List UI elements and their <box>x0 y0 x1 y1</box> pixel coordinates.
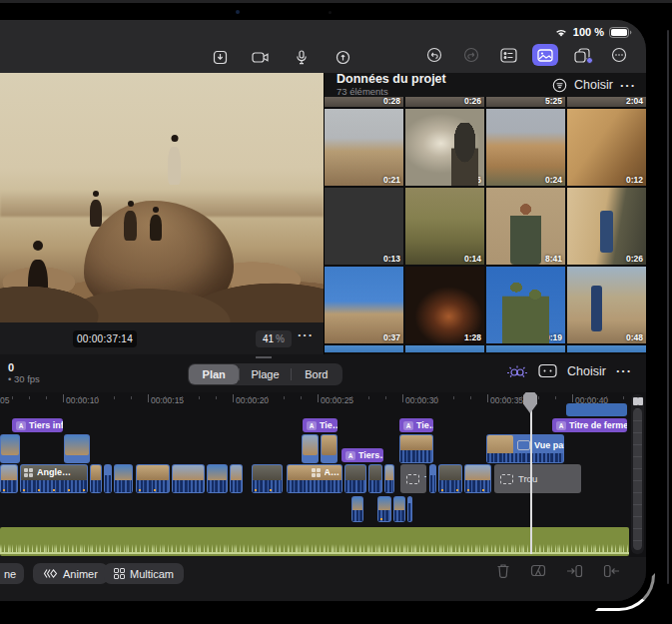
scrollbar-thumb[interactable] <box>633 408 642 550</box>
clip-duration: 0:21 <box>383 175 400 185</box>
media-thumbnail[interactable]: 0:26 <box>405 109 484 186</box>
storyline-clip[interactable] <box>384 464 394 493</box>
tab-plan[interactable]: Plan <box>189 364 239 384</box>
media-thumbnail[interactable]: 1:28 <box>405 267 484 343</box>
media-thumbnail[interactable]: 5:25 <box>486 97 565 107</box>
connected-clip[interactable] <box>0 434 20 463</box>
effects-icon[interactable] <box>569 44 595 66</box>
viewer-video-frame[interactable] <box>0 73 324 322</box>
connected-clip-below[interactable] <box>393 496 405 522</box>
timeline-scrollbar[interactable] <box>631 394 644 554</box>
blade-icon[interactable] <box>530 563 546 578</box>
more-options-icon[interactable] <box>606 44 632 66</box>
media-thumbnail[interactable] <box>567 345 646 352</box>
storyline-clip[interactable] <box>90 464 102 493</box>
media-thumbnail[interactable]: 0:19 <box>486 267 565 343</box>
storyline-clip[interactable] <box>104 464 112 493</box>
enhance-icon[interactable] <box>506 363 528 378</box>
media-browser-button[interactable] <box>532 44 558 66</box>
connected-clip-below[interactable] <box>377 496 391 522</box>
media-thumbnail[interactable]: 8:41 <box>486 188 565 265</box>
title-clip[interactable]: ATie… <box>399 418 433 432</box>
tab-bord[interactable]: Bord <box>292 364 341 384</box>
media-thumbnail[interactable]: 0:21 <box>325 109 403 186</box>
connected-clip[interactable] <box>321 434 337 463</box>
pencil-icon[interactable] <box>330 46 355 68</box>
undo-icon[interactable] <box>421 44 447 66</box>
audio-clip-lane[interactable] <box>0 527 629 556</box>
connected-clip-pano[interactable]: Vue pano… <box>486 434 564 463</box>
media-thumbnail[interactable]: 0:24 <box>486 109 565 186</box>
timecode-display[interactable]: 00:00:37:14 <box>73 330 137 347</box>
multicam-button[interactable]: Multicam <box>104 563 184 584</box>
media-thumbnail[interactable] <box>405 345 484 352</box>
title-icon: A <box>16 421 26 430</box>
animate-button[interactable]: Animer <box>33 563 108 584</box>
storyline-clip[interactable] <box>230 464 243 493</box>
storyline-clip[interactable] <box>344 464 366 493</box>
clip-duration: 0:12 <box>626 175 643 185</box>
timeline-choose-button[interactable]: Choisir <box>567 364 606 378</box>
ruler-label: 00:00:25 <box>321 395 353 405</box>
title-clip[interactable]: ATiers inf… <box>12 418 63 432</box>
insert-icon[interactable] <box>566 564 583 578</box>
browser-item-count: 73 éléments <box>336 87 552 97</box>
scene-button[interactable]: ne <box>0 563 24 584</box>
connected-clip-below[interactable] <box>407 496 412 522</box>
timeline-ruler[interactable]: 0500:00:1000:00:1500:00:2000:00:2500:00:… <box>0 392 646 409</box>
gap-icon <box>406 474 419 484</box>
gap-clip-trou[interactable]: Trou <box>494 464 581 493</box>
viewer-more-icon[interactable]: ··· <box>298 327 314 342</box>
media-thumbnail[interactable]: 0:37 <box>325 267 403 343</box>
scroll-handle-icon <box>633 397 638 405</box>
import-icon[interactable] <box>207 46 233 68</box>
connected-clip[interactable] <box>302 434 319 463</box>
timeline-more-icon[interactable]: ··· <box>616 363 632 378</box>
clip-appearance-icon[interactable] <box>538 363 557 378</box>
media-thumbnail[interactable]: 2:04 <box>567 97 646 107</box>
media-thumbnail[interactable] <box>325 345 403 352</box>
storyline-clip-multicam[interactable]: A… <box>287 464 342 493</box>
title-clip[interactable]: ATiers… <box>341 448 383 462</box>
media-thumbnail[interactable]: 0:13 <box>325 188 403 265</box>
title-clip-closing[interactable]: ATitre de fermeture <box>552 418 627 432</box>
inspector-icon[interactable] <box>495 44 521 66</box>
browser-more-icon[interactable]: ··· <box>620 78 636 93</box>
media-thumbnail[interactable]: 0:48 <box>567 267 646 343</box>
storyline-clip-angle[interactable]: Angle… <box>20 464 88 493</box>
connected-clip-below[interactable] <box>351 496 363 522</box>
connected-clip-bar[interactable] <box>566 403 627 416</box>
connected-clip[interactable] <box>399 434 433 463</box>
filter-icon[interactable] <box>552 78 567 93</box>
storyline-clip[interactable] <box>429 464 436 493</box>
storyline-clip[interactable] <box>368 464 382 493</box>
title-clip[interactable]: ATie… <box>303 418 337 432</box>
media-thumbnail[interactable]: 0:12 <box>567 109 646 186</box>
media-thumbnail[interactable]: 0:26 <box>567 188 646 265</box>
storyline-clip[interactable] <box>252 464 283 493</box>
zoom-level-control[interactable]: 41 % <box>256 330 292 347</box>
record-camera-icon[interactable] <box>248 46 274 68</box>
storyline-clip[interactable] <box>0 464 18 493</box>
storyline-clip[interactable] <box>438 464 462 493</box>
zoom-value: 41 <box>263 333 274 344</box>
tab-plage[interactable]: Plage <box>240 364 290 384</box>
browser-choose-button[interactable]: Choisir <box>574 78 613 92</box>
storyline-clip[interactable] <box>464 464 491 493</box>
media-thumbnail[interactable]: 0:14 <box>405 188 484 265</box>
playhead-handle[interactable] <box>523 392 537 413</box>
connected-clip[interactable] <box>64 434 90 463</box>
gap-clip[interactable]: T <box>400 464 426 493</box>
media-thumbnail[interactable]: 0:26 <box>405 97 484 107</box>
bottom-toolbar: ne Animer Multicam <box>0 557 646 601</box>
storyline-clip[interactable] <box>207 464 228 493</box>
trash-icon[interactable] <box>496 563 510 578</box>
media-thumbnail[interactable]: 0:28 <box>325 97 403 107</box>
storyline-clip[interactable] <box>136 464 170 493</box>
battery-icon <box>609 27 632 38</box>
media-thumbnail[interactable] <box>486 345 565 352</box>
storyline-clip[interactable] <box>172 464 205 493</box>
redo-icon[interactable] <box>458 44 484 66</box>
microphone-icon[interactable] <box>289 46 315 68</box>
storyline-clip[interactable] <box>114 464 133 493</box>
